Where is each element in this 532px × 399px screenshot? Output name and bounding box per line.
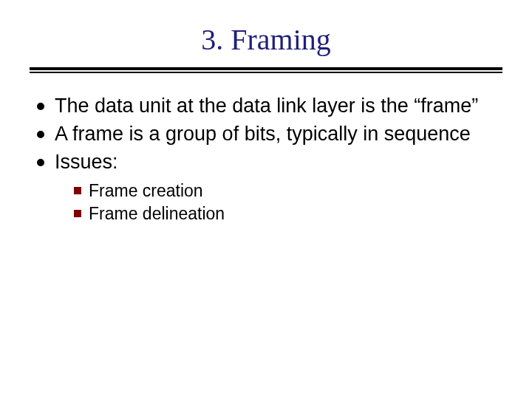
title-divider xyxy=(30,67,502,73)
list-item: Issues: xyxy=(37,150,502,175)
sub-bullet-text: Frame creation xyxy=(89,180,203,202)
sub-bullet-list: Frame creation Frame delineation xyxy=(30,180,502,225)
bullet-square-icon xyxy=(74,210,81,217)
list-item: The data unit at the data link layer is … xyxy=(37,94,502,119)
bullet-text: Issues: xyxy=(55,150,118,175)
bullet-list: The data unit at the data link layer is … xyxy=(30,94,502,174)
slide-container: 3. Framing The data unit at the data lin… xyxy=(0,0,532,399)
slide-title: 3. Framing xyxy=(30,22,502,57)
bullet-dot-icon xyxy=(37,159,44,166)
list-item: A frame is a group of bits, typically in… xyxy=(37,122,502,147)
bullet-dot-icon xyxy=(37,131,44,138)
bullet-dot-icon xyxy=(37,103,44,110)
bullet-text: The data unit at the data link layer is … xyxy=(55,94,478,119)
list-item: Frame creation xyxy=(74,180,502,202)
list-item: Frame delineation xyxy=(74,203,502,225)
bullet-text: A frame is a group of bits, typically in… xyxy=(55,122,471,147)
bullet-square-icon xyxy=(74,187,81,194)
sub-bullet-text: Frame delineation xyxy=(89,203,225,225)
